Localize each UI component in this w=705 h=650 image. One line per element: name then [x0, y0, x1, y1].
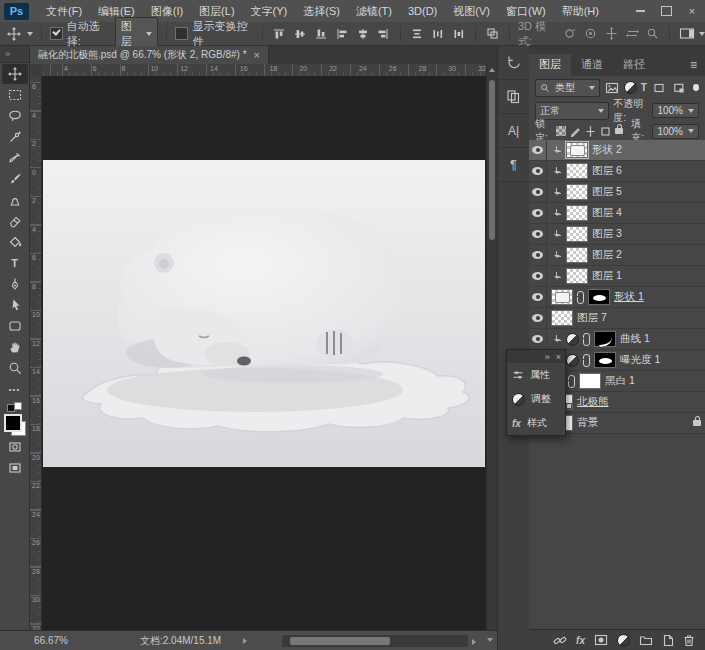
link-layers-button[interactable]: [553, 634, 567, 647]
lock-image-pixels-icon[interactable]: [570, 125, 581, 137]
layer-name[interactable]: 图层 1: [592, 269, 622, 283]
layer-name[interactable]: 曲线 1: [620, 332, 650, 346]
eyedropper-tool[interactable]: [2, 148, 28, 168]
delete-layer-button[interactable]: [683, 634, 695, 647]
layer-thumbnail[interactable]: [566, 163, 588, 179]
notes-panel-button[interactable]: [498, 80, 529, 114]
layer-name[interactable]: 图层 3: [592, 227, 622, 241]
layer-row[interactable]: 图层 6: [529, 161, 705, 182]
menu-3d[interactable]: 3D(D): [400, 5, 445, 17]
canvas-horizontal-scrollbar[interactable]: [282, 635, 468, 647]
workspace-switcher-icon[interactable]: [678, 25, 695, 43]
visibility-toggle[interactable]: [529, 308, 547, 328]
lock-position-icon[interactable]: [585, 125, 596, 137]
filter-kind-dropdown[interactable]: 类型: [535, 79, 600, 97]
visibility-toggle[interactable]: [529, 329, 547, 349]
chevron-down-icon[interactable]: [699, 32, 705, 36]
lasso-tool[interactable]: [2, 106, 28, 126]
layer-row[interactable]: 图层 1: [529, 266, 705, 287]
mask-thumbnail[interactable]: [579, 373, 601, 389]
align-right-edges-button[interactable]: [375, 25, 392, 43]
visibility-toggle[interactable]: [529, 140, 547, 160]
3d-slide-icon[interactable]: [624, 25, 641, 43]
filter-type-layers-icon[interactable]: T: [641, 83, 647, 93]
melting-polar-bear-image[interactable]: [43, 160, 485, 467]
maximize-button[interactable]: [653, 0, 679, 22]
layer-name[interactable]: 形状 2: [592, 143, 622, 157]
layer-row[interactable]: 曲线 1: [529, 329, 705, 350]
menu-filter[interactable]: 滤镜(T): [348, 4, 400, 19]
add-adjustment-button[interactable]: [617, 634, 630, 647]
lock-all-icon[interactable]: [615, 128, 623, 134]
scroll-down-icon[interactable]: [487, 638, 493, 642]
menu-type[interactable]: 文字(Y): [243, 4, 296, 19]
quick-mask-button[interactable]: [2, 437, 28, 457]
foreground-color-swatch[interactable]: [4, 414, 22, 432]
minimize-button[interactable]: [627, 0, 653, 22]
new-layer-button[interactable]: [662, 634, 674, 647]
new-group-button[interactable]: [639, 634, 653, 646]
eraser-tool[interactable]: [2, 211, 28, 231]
3d-pan-icon[interactable]: [603, 25, 620, 43]
fill-field[interactable]: 100%: [652, 124, 699, 139]
horizontal-scroll-thumb[interactable]: [290, 637, 390, 645]
menu-file[interactable]: 文件(F): [38, 4, 90, 19]
layer-row[interactable]: 图层 2: [529, 245, 705, 266]
mask-thumbnail[interactable]: [594, 331, 616, 347]
layer-name[interactable]: 黑白 1: [605, 374, 635, 388]
3d-roll-icon[interactable]: [582, 25, 599, 43]
3d-zoom-icon[interactable]: [645, 25, 662, 43]
toolbox-collapse[interactable]: »: [0, 46, 29, 63]
show-transform-checkbox[interactable]: [175, 27, 188, 40]
distribute-vertical-button[interactable]: [409, 25, 426, 43]
visibility-toggle[interactable]: [529, 182, 547, 202]
distribute-spacing-button[interactable]: [450, 25, 467, 43]
tool-preset-chevron-icon[interactable]: [27, 32, 33, 36]
flyout-item-adjustments[interactable]: 调整: [507, 387, 565, 411]
visibility-toggle[interactable]: [529, 245, 547, 265]
layer-name[interactable]: 形状 1: [614, 290, 644, 304]
layer-thumbnail[interactable]: [566, 184, 588, 200]
align-left-edges-button[interactable]: [333, 25, 350, 43]
filter-pixel-layers-icon[interactable]: [604, 79, 620, 97]
hand-tool[interactable]: [2, 337, 28, 357]
filter-shape-layers-icon[interactable]: [651, 79, 667, 97]
menu-select[interactable]: 选择(S): [295, 4, 348, 19]
screen-mode-button[interactable]: [2, 458, 28, 478]
canvas-vertical-scrollbar[interactable]: [486, 64, 497, 630]
tab-channels[interactable]: 通道: [571, 54, 613, 76]
move-tool[interactable]: [2, 64, 28, 84]
layer-name[interactable]: 图层 5: [592, 185, 622, 199]
scroll-right-icon[interactable]: [472, 639, 476, 645]
flyout-close-icon[interactable]: ×: [556, 352, 561, 362]
layer-row[interactable]: 形状 1: [529, 287, 705, 308]
layer-name[interactable]: 图层 6: [592, 164, 622, 178]
status-flyout-arrow-icon[interactable]: [243, 638, 247, 644]
layer-thumbnail[interactable]: [566, 268, 588, 284]
paragraph-panel-button[interactable]: ¶: [498, 148, 529, 182]
layer-name[interactable]: 图层 4: [592, 206, 622, 220]
layer-thumbnail[interactable]: [566, 142, 588, 158]
layer-row[interactable]: 形状 2: [529, 140, 705, 161]
zoom-tool[interactable]: [2, 358, 28, 378]
add-mask-button[interactable]: [594, 634, 608, 646]
flyout-collapse-icon[interactable]: »: [545, 352, 550, 362]
zoom-level-field[interactable]: 66.67%: [0, 635, 96, 646]
close-button[interactable]: ×: [679, 0, 705, 22]
align-vertical-centers-button[interactable]: [292, 25, 309, 43]
layer-thumbnail[interactable]: [566, 205, 588, 221]
mask-thumbnail[interactable]: [594, 352, 616, 368]
align-horizontal-centers-button[interactable]: [354, 25, 371, 43]
layer-name[interactable]: 图层 7: [577, 311, 607, 325]
visibility-toggle[interactable]: [529, 266, 547, 286]
edit-toolbar-button[interactable]: •••: [2, 379, 28, 399]
pen-tool[interactable]: [2, 274, 28, 294]
layer-row[interactable]: 图层 7: [529, 308, 705, 329]
path-selection-tool[interactable]: [2, 295, 28, 315]
layer-thumbnail[interactable]: [551, 289, 573, 305]
menu-window[interactable]: 窗口(W): [498, 4, 554, 19]
visibility-toggle[interactable]: [529, 161, 547, 181]
filter-adjustment-layers-icon[interactable]: [624, 81, 637, 94]
visibility-toggle[interactable]: [529, 203, 547, 223]
tab-close-icon[interactable]: ×: [254, 49, 260, 61]
